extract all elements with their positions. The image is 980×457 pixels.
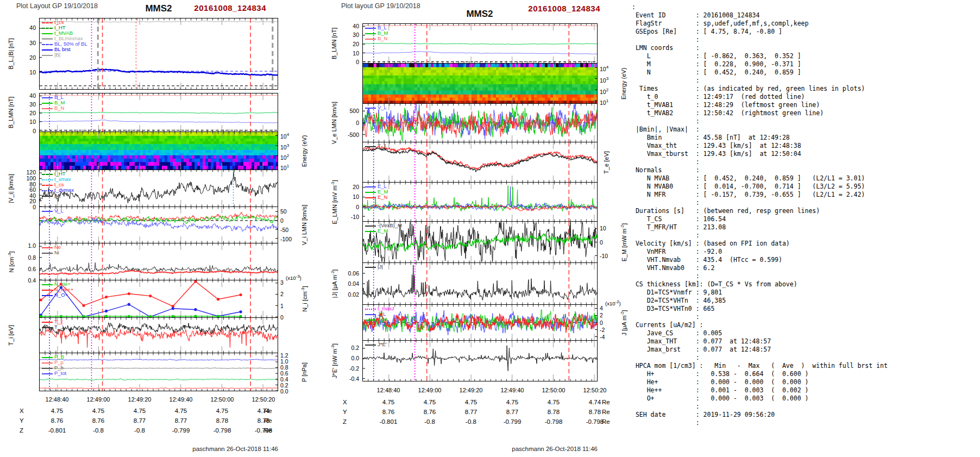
ephemeris-value: -0.798: [206, 427, 238, 434]
legend-label: Ni: [54, 250, 59, 255]
legend-line-sample: [42, 190, 53, 191]
legend-item: N_O+: [42, 292, 73, 298]
ephemeris-value: -0.8: [455, 418, 487, 425]
y-tick-label: 10: [14, 69, 36, 76]
plot-panel-left-3: [39, 132, 278, 170]
legend-line-sample: [365, 226, 376, 227]
legend: |J|: [365, 264, 383, 270]
legend-item: V_L: [365, 105, 387, 110]
y-tick-label: 30: [337, 32, 359, 38]
y-tick-label: 0.0: [337, 355, 359, 361]
x-tick-label: 12:50:00: [533, 387, 574, 393]
y-axis-label: |V_i| [km/s]: [8, 173, 14, 203]
app-canvas: Plot Layout GP 19/10/2018 MMS2 20161008_…: [0, 0, 980, 457]
legend: P_BP_pP_hP_tot: [42, 354, 66, 376]
legend-line-sample: [42, 185, 53, 186]
legend-item: B_N: [42, 105, 65, 111]
ephemeris-unit: Re: [602, 399, 610, 405]
x-tick-label: 12:48:40: [36, 396, 78, 403]
legend-line-sample: [365, 146, 376, 147]
y-tick-label: -0.4: [337, 375, 359, 382]
plot-canvas-middle-8: [363, 305, 597, 340]
legend-line-sample: [365, 197, 376, 198]
y-axis-label-right: P [nPa]: [301, 362, 307, 382]
legend: T_∥T_⊥: [42, 319, 65, 330]
plot-panel-middle-6: -(VexB)_ME_M: [362, 221, 598, 263]
y-tick-label: 0: [337, 120, 359, 126]
legend: NeNi: [42, 245, 61, 255]
legend-line-sample: [42, 38, 53, 40]
ephemeris-value: 4.75: [123, 408, 156, 414]
y-tick-label: 0: [337, 59, 359, 65]
legend-item: |V|: [42, 193, 74, 198]
legend-line-sample: [365, 314, 376, 315]
x-tick-label: 12:49:00: [78, 396, 119, 403]
y-tick-label: 20: [337, 184, 359, 190]
legend-line-sample: [42, 211, 53, 212]
y-tick-label: 500: [337, 108, 359, 114]
legend-line-sample: [42, 108, 53, 109]
legend-line-sample: [42, 284, 53, 285]
legend-line-sample: [365, 345, 376, 346]
legend-line-sample: [42, 290, 53, 291]
legend-line-sample: [42, 174, 53, 175]
x-tick-label: 12:50:20: [243, 396, 284, 403]
y-axis-label-right: V_i LMN [km/s]: [301, 205, 307, 246]
legend-line-sample: [42, 44, 53, 45]
plot-panel-middle-9: J*E': [362, 340, 598, 381]
ephemeris-row-label: X: [343, 399, 347, 405]
ephemeris-value: -0.799: [496, 418, 529, 425]
legend-item: Ni: [42, 250, 61, 255]
legend-line-sample: [42, 28, 53, 29]
plot-panel-left-2: B_LB_MB_N: [39, 93, 278, 132]
legend-item: BL brst: [42, 47, 87, 52]
legend-label: |B|: [54, 52, 60, 58]
legend-label: N_O+: [54, 292, 68, 298]
legend: T_∥: [365, 143, 386, 149]
legend-item: |J|: [365, 264, 383, 270]
y-axis-label-right: N_i [cm-3]: [300, 286, 308, 311]
legend-line-sample: [365, 33, 376, 34]
legend-item: J*E': [365, 342, 387, 347]
plot-panel-middle-8: t_maxJJ_LJ_M: [362, 304, 598, 341]
y-tick-label: -500: [337, 132, 359, 138]
legend: t_HTt_vmaxt_cst_dvmax|V|: [42, 171, 74, 198]
plot-canvas-left-9: [40, 353, 278, 391]
plot-panel-left-9: P_BP_pP_hP_tot: [39, 353, 278, 391]
ephemeris-value: -0.8: [82, 427, 115, 434]
legend-item: T_∥: [365, 143, 386, 149]
ephemeris-value: 4.75: [372, 399, 405, 405]
ephemeris-row-label: X: [20, 408, 24, 414]
plot-panel-middle-7: |J|: [362, 262, 598, 305]
ephemeris-value: 4.75: [455, 399, 487, 405]
legend-line-sample: [42, 196, 53, 197]
ephemeris-value: 4.75: [41, 408, 73, 414]
legend-label: V_L: [378, 105, 387, 110]
legend-item: J_M: [365, 317, 394, 322]
plot-canvas-left-7: [40, 280, 278, 317]
legend-line-sample: [365, 309, 376, 310]
legend-line-sample: [42, 327, 53, 328]
legend-line-sample: [42, 368, 53, 369]
y-tick-label: 0.0: [280, 388, 310, 395]
legend-line-sample: [365, 320, 376, 321]
plot-canvas-left-3: [40, 132, 278, 170]
x-tick-label: 12:49:40: [160, 396, 202, 403]
y-axis-label-right: E_M [mW m-2]: [620, 223, 627, 261]
plot-canvas-middle-2: [363, 64, 597, 103]
y-axis-label-right: J [μA m-2]: [620, 310, 627, 335]
ephemeris-value: 8.76: [82, 417, 115, 424]
legend-line-sample: [365, 231, 376, 232]
ephemeris-unit: Re: [264, 427, 272, 434]
y-tick-label: 0: [337, 204, 359, 210]
legend-label: E_M: [378, 228, 388, 234]
legend: V_L: [42, 208, 64, 214]
y-tick-label: 0: [14, 128, 36, 134]
legend: N_He+N_He++N_O+: [42, 281, 73, 298]
legend: B_LB_MB_N: [365, 25, 388, 41]
ephemeris-value: 8.78: [537, 409, 570, 415]
ephemeris-value: 4.75: [165, 408, 197, 414]
legend-line-sample: [365, 39, 376, 40]
ephemeris-row-label: Z: [20, 427, 23, 434]
y-tick-label: 0.4: [14, 277, 36, 284]
